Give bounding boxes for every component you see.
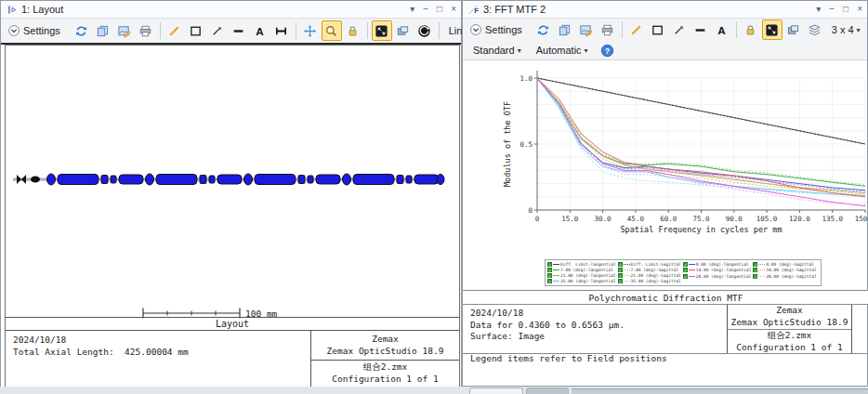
standard-button[interactable]: Standard▾ (467, 40, 527, 60)
arrow-button[interactable] (669, 20, 690, 40)
chevron-circle-icon (7, 24, 20, 37)
legend-line-sample (758, 276, 765, 277)
zoom-button[interactable] (322, 20, 342, 41)
minimize-button[interactable]: − (423, 5, 428, 14)
chevron-circle-icon (469, 23, 482, 36)
text-a-button[interactable]: A (250, 20, 270, 41)
dimension-button[interactable] (271, 20, 292, 41)
maximize-button[interactable]: □ (843, 5, 848, 14)
refresh-button[interactable] (533, 20, 554, 40)
legend-checkbox[interactable]: ✓ (683, 268, 688, 272)
close-button[interactable]: × (451, 5, 456, 14)
legend-line-sample (624, 269, 630, 270)
settings-label: Settings (23, 25, 60, 36)
lock-icon (743, 23, 757, 37)
sheet-tab[interactable] (526, 387, 569, 394)
settings-button[interactable]: Settings (4, 21, 64, 40)
rect-button[interactable] (648, 20, 668, 40)
legend-checkbox[interactable]: ✓ (547, 262, 552, 267)
automatic-button[interactable]: Automatic▾ (531, 40, 594, 60)
legend-checkbox[interactable]: ✓ (753, 274, 757, 279)
expand-button[interactable] (762, 20, 783, 40)
text-a-icon: A (715, 23, 729, 37)
line-icon (693, 23, 707, 37)
legend-checkbox[interactable]: ✓ (547, 279, 552, 283)
layout-toolbar: Settings ALine Thickness▾? (1, 19, 461, 45)
legend-checkbox[interactable]: ✓ (753, 262, 757, 267)
move-icon (303, 24, 317, 38)
fft-mtf-window: F 3: FFT MTF 2 ▾ − □ × Settings A3 x 4▾ … (462, 0, 868, 387)
layers-icon (808, 23, 822, 37)
sheet-tab[interactable] (469, 387, 523, 394)
svg-text:75.0: 75.0 (692, 215, 710, 223)
layout-window: 1: Layout ▾ − □ × Settings ALine Thickne… (0, 0, 462, 388)
save-image-button[interactable] (114, 20, 135, 41)
cascade-icon (786, 23, 800, 37)
cascade-button[interactable] (783, 20, 804, 40)
legend-column: ✓Diff. Limit-Tangential✓7.00 (deg)-Tange… (547, 261, 616, 284)
legend-checkbox[interactable]: ✓ (618, 279, 623, 283)
copy-button[interactable] (93, 20, 113, 41)
legend-checkbox[interactable]: ✓ (683, 262, 688, 267)
pencil-icon (167, 24, 181, 38)
expand-icon (375, 24, 388, 38)
close-button[interactable]: × (857, 5, 862, 14)
arrow-button[interactable] (207, 20, 228, 41)
legend-line-sample (689, 264, 695, 265)
mtf-footer-text: 2024/10/18 Data for 0.4360 to 0.6563 µm.… (463, 305, 675, 353)
print-button[interactable] (598, 20, 618, 40)
chevron-down-icon: ▾ (857, 26, 861, 34)
clock-button[interactable] (414, 20, 435, 41)
file-cell: 组合2.zmx Configuration 1 of 1 (728, 329, 851, 353)
print-button[interactable] (136, 20, 156, 41)
legend-checkbox[interactable]: ✓ (753, 268, 757, 272)
lock-button[interactable] (343, 20, 363, 41)
text-a-button[interactable]: A (712, 20, 732, 40)
settings-button[interactable]: Settings (466, 20, 526, 39)
legend-checkbox[interactable]: ✓ (547, 268, 552, 272)
help-button[interactable]: ? (598, 40, 618, 60)
svg-text:A: A (256, 24, 265, 36)
legend-label: 35.00 (deg)-Tangential (560, 279, 616, 283)
legend-checkbox[interactable]: ✓ (547, 273, 552, 278)
legend-checkbox[interactable]: ✓ (618, 273, 623, 278)
toolbar-divider (736, 21, 737, 38)
refresh-button[interactable] (72, 20, 92, 41)
legend-checkbox[interactable]: ✓ (618, 262, 623, 267)
cascade-icon (396, 24, 410, 38)
rect-button[interactable] (186, 20, 206, 41)
legend-label: 7.00 (deg)-Sagittal (631, 268, 678, 272)
legend-checkbox[interactable]: ✓ (618, 268, 623, 272)
clock-icon (417, 24, 431, 38)
save-image-icon (117, 24, 131, 38)
svg-text:A: A (718, 23, 727, 35)
save-image-button[interactable] (576, 20, 597, 40)
pencil-button[interactable] (626, 20, 647, 40)
3-x-4-button[interactable]: 3 x 4▾ (826, 20, 866, 40)
cascade-button[interactable] (393, 20, 414, 41)
svg-text:105.0: 105.0 (756, 215, 778, 223)
background-app-strip (0, 387, 868, 394)
layers-button[interactable] (805, 20, 825, 40)
lock-button[interactable] (741, 20, 761, 40)
minimize-button[interactable]: − (829, 5, 835, 14)
zoom-icon (324, 24, 338, 38)
expand-button[interactable] (372, 20, 392, 41)
svg-text:15.0: 15.0 (561, 215, 579, 223)
window-menu-button[interactable]: ▾ (410, 5, 414, 14)
legend-line-sample (758, 264, 765, 265)
move-button[interactable] (300, 20, 321, 41)
window-menu-button[interactable]: ▾ (816, 5, 821, 14)
legend-line-sample (624, 281, 630, 282)
maximize-button[interactable]: □ (437, 5, 442, 14)
line-button[interactable] (229, 20, 249, 41)
copy-button[interactable] (555, 20, 575, 40)
pencil-button[interactable] (164, 20, 185, 41)
line-button[interactable] (690, 20, 711, 40)
legend-label: Diff. Limit-Sagittal (631, 262, 681, 267)
legend-line-sample (553, 281, 559, 282)
print-icon (138, 24, 152, 38)
legend-checkbox[interactable]: ✓ (683, 274, 688, 279)
text-a-icon: A (253, 24, 267, 38)
arrow-icon (210, 24, 224, 38)
